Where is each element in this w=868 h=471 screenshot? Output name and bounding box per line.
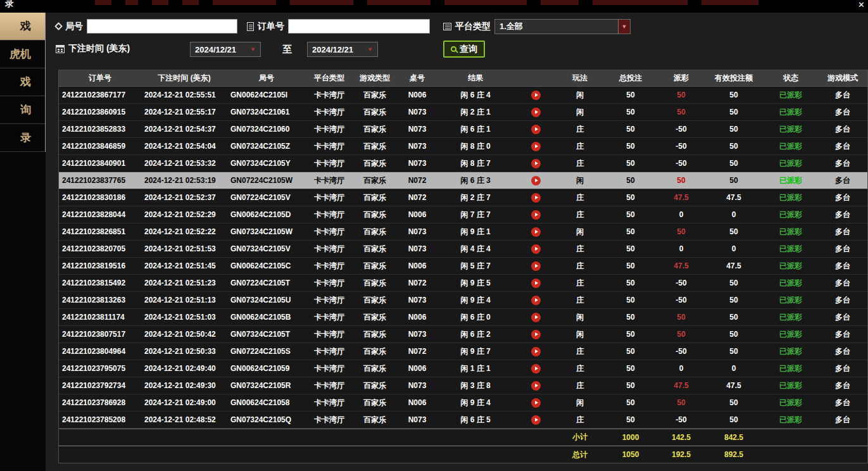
table-row[interactable]: 2412210238671772024-12-21 02:55:51GN0062… (59, 87, 867, 104)
cell-valid-bet: 50 (703, 176, 764, 185)
play-video-button[interactable] (531, 330, 541, 339)
table-row[interactable]: 2412210237927342024-12-21 02:49:30GN0732… (59, 377, 867, 394)
column-header: 局号 (227, 73, 306, 84)
table-row[interactable]: 2412210238528332024-12-21 02:54:37GN0732… (59, 121, 867, 138)
cell-status: 已派彩 (764, 278, 817, 289)
sidebar-item[interactable]: 戏 (0, 13, 45, 41)
play-video-button[interactable] (531, 398, 541, 408)
table-row[interactable]: 2412210237852082024-12-21 02:48:52GN0732… (59, 411, 867, 429)
table-row[interactable]: 2412210237950752024-12-21 02:49:40GN0062… (59, 360, 867, 377)
table-row[interactable]: 2412210238132632024-12-21 02:51:13GN0732… (59, 292, 867, 309)
date-from-picker[interactable]: 2024/12/21 ▼ (190, 42, 261, 57)
tag-icon (54, 22, 63, 30)
play-video-button[interactable] (531, 193, 541, 203)
order-number-input[interactable] (288, 19, 430, 34)
cell-round-number: GN00624C21058 (227, 398, 306, 407)
cell-status: 已派彩 (764, 244, 817, 254)
table-row[interactable]: 2412210238377652024-12-21 02:53:19GN0722… (59, 172, 867, 189)
play-video-button[interactable] (531, 210, 541, 220)
cell-platform-type: 卡卡湾厅 (306, 141, 353, 152)
table-row[interactable]: 2412210238468592024-12-21 02:54:04GN0732… (59, 138, 867, 155)
play-video-button[interactable] (531, 347, 541, 356)
chevron-down-icon: ▼ (250, 46, 256, 53)
table-row[interactable]: 2412210238207052024-12-21 02:51:53GN0732… (59, 241, 867, 258)
cell-payout: 0 (659, 210, 703, 219)
sidebar-item[interactable]: 录 (0, 124, 45, 152)
close-icon[interactable]: ✕ (858, 0, 865, 9)
play-video-button[interactable] (531, 415, 541, 425)
play-video-button[interactable] (531, 142, 541, 151)
play-video-button[interactable] (531, 125, 541, 134)
cell-play (513, 227, 558, 236)
cell-payout: 50 (659, 176, 703, 185)
cell-table-number: N073 (397, 159, 437, 168)
play-video-button[interactable] (531, 296, 541, 305)
cell-status: 已派彩 (764, 107, 817, 118)
play-video-button[interactable] (531, 91, 541, 100)
play-video-button[interactable] (531, 381, 541, 391)
total-label: 总计 (558, 449, 602, 460)
cell-bet-time: 2024-12-21 02:51:45 (141, 261, 227, 270)
play-video-button[interactable] (531, 176, 541, 185)
cell-bet-time: 2024-12-21 02:52:37 (141, 193, 227, 202)
cell-status: 已派彩 (764, 192, 817, 203)
cell-result: 闲 9 庄 7 (437, 346, 513, 357)
play-video-button[interactable] (531, 244, 541, 254)
cell-total-bet: 50 (602, 296, 659, 305)
cell-platform-type: 卡卡湾厅 (306, 107, 353, 118)
cell-round-number: GN00624C2105D (227, 210, 306, 219)
cell-platform-type: 卡卡湾厅 (306, 192, 353, 203)
play-video-button[interactable] (531, 227, 541, 237)
platform-type-select[interactable]: 1.全部 ▼ (494, 19, 631, 34)
search-button[interactable]: 查询 (443, 41, 485, 58)
cell-status: 已派彩 (764, 329, 817, 340)
table-row[interactable]: 2412210238049642024-12-21 02:50:33GN0722… (59, 343, 867, 360)
cell-valid-bet: 50 (703, 227, 764, 236)
sidebar-item[interactable]: 询 (0, 96, 45, 124)
cell-order: 241221023852833 (59, 125, 141, 134)
table-row[interactable]: 2412210238075172024-12-21 02:50:42GN0732… (59, 326, 867, 343)
round-number-input[interactable] (87, 19, 237, 34)
sidebar-menu: 戏虎机戏询录 (0, 13, 46, 152)
cell-play (513, 192, 558, 202)
cell-status: 已派彩 (764, 124, 817, 135)
play-video-button[interactable] (531, 279, 541, 288)
sidebar-item-label: 虎机 (9, 47, 31, 61)
table-row[interactable]: 2412210238301862024-12-21 02:52:37GN0722… (59, 189, 867, 206)
cell-game-type: 百家乐 (353, 192, 397, 203)
table-row[interactable]: 2412210238195162024-12-21 02:51:45GN0062… (59, 258, 867, 275)
cell-result: 闲 6 庄 0 (437, 312, 513, 323)
cell-valid-bet: 47.5 (703, 261, 764, 270)
cell-bet-time: 2024-12-21 02:49:30 (141, 381, 227, 390)
cell-total-bet: 50 (602, 279, 659, 287)
table-row[interactable]: 2412210238609152024-12-21 02:55:17GN0732… (59, 104, 867, 121)
play-video-button[interactable] (531, 159, 541, 168)
cell-total-bet: 50 (602, 142, 659, 151)
cell-result: 闲 2 庄 7 (437, 192, 513, 203)
table-row[interactable]: 2412210238268512024-12-21 02:52:22GN0732… (59, 223, 867, 241)
cell-game-type: 百家乐 (353, 312, 397, 323)
cell-table-number: N073 (397, 381, 437, 390)
cell-valid-bet: 50 (703, 330, 764, 339)
table-row[interactable]: 2412210238280442024-12-21 02:52:29GN0062… (59, 206, 867, 223)
calendar-icon (56, 45, 65, 53)
sidebar-item[interactable]: 戏 (0, 68, 45, 96)
cell-status: 已派彩 (764, 398, 817, 408)
cell-bet-side: 庄 (558, 363, 602, 374)
play-video-button[interactable] (531, 364, 541, 374)
play-video-button[interactable] (531, 261, 541, 271)
column-header: 桌号 (397, 73, 437, 84)
table-row[interactable]: 2412210238111742024-12-21 02:51:03GN0062… (59, 309, 867, 326)
cell-play (513, 329, 558, 339)
cell-status: 已派彩 (764, 346, 817, 357)
sidebar-item[interactable]: 虎机 (0, 41, 45, 68)
cell-bet-side: 庄 (558, 158, 602, 169)
play-video-button[interactable] (531, 313, 541, 322)
cell-game-mode: 多台 (817, 312, 868, 323)
table-row[interactable]: 2412210237869282024-12-21 02:49:00GN0062… (59, 394, 867, 411)
table-row[interactable]: 2412210238409012024-12-21 02:53:32GN0732… (59, 155, 867, 172)
play-video-button[interactable] (531, 108, 541, 117)
table-row[interactable]: 2412210238154922024-12-21 02:51:23GN0722… (59, 275, 867, 292)
date-to-picker[interactable]: 2024/12/21 ▼ (307, 42, 378, 57)
cell-result: 闲 6 庄 5 (437, 415, 513, 425)
